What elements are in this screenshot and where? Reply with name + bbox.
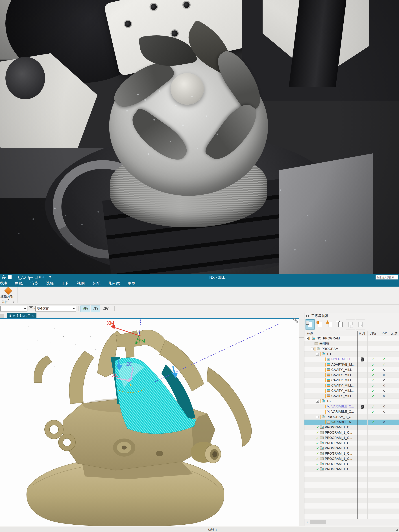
column-title[interactable]: 标题 xyxy=(307,331,313,336)
panel-splitter[interactable] xyxy=(299,319,304,527)
minimize-ribbon-icon[interactable] xyxy=(50,277,51,278)
tree-row-variable-c-[interactable]: VARIABLE_C...✓✕ xyxy=(304,409,399,414)
tab-scroll-icon[interactable] xyxy=(0,314,4,318)
column-toolpath[interactable]: 刀轨 xyxy=(370,331,376,336)
model-side-boss xyxy=(190,442,221,463)
expander-minus-icon[interactable] xyxy=(316,353,319,355)
orient-icon[interactable] xyxy=(2,275,6,279)
column-channel[interactable]: 通道 xyxy=(391,331,398,336)
column-ipw[interactable]: IPW xyxy=(380,331,387,335)
microphone-icon[interactable] xyxy=(19,276,20,279)
menu-item-7[interactable]: 几何体 xyxy=(108,281,120,286)
completed-check-icon: ✓ xyxy=(316,446,320,450)
scrollbar-thumb[interactable] xyxy=(310,520,326,524)
tree-row-cavity-mill[interactable]: CAVITY_MILL✓✕ xyxy=(304,367,399,373)
expander-minus-icon[interactable] xyxy=(311,348,314,350)
modeling-analysis-button[interactable]: 建模分析 xyxy=(0,287,17,300)
tree-row-program-1-c-[interactable]: ✓PROGRAM_1_C... xyxy=(304,446,399,451)
tree-row-label: 1-2 xyxy=(327,399,331,403)
show-tool-eye-toggle[interactable] xyxy=(91,305,100,312)
tree-row-label: HOLE_MILLI... xyxy=(331,357,353,361)
expander-minus-icon[interactable] xyxy=(306,337,309,340)
tree-row-program-1-c-[interactable]: ✓PROGRAM_1_C... xyxy=(304,441,399,446)
tree-row-program-1-c-[interactable]: ✓PROGRAM_1_C... xyxy=(304,467,399,472)
selection-filter-combo[interactable] xyxy=(0,306,27,311)
menu-item-1[interactable]: 曲线 xyxy=(15,281,23,286)
tree-row-label: PROGRAM_1_C... xyxy=(325,431,352,435)
expander-minus-icon[interactable] xyxy=(316,416,319,418)
show-mcs-eye-toggle[interactable]: MCS xyxy=(81,305,90,312)
cascade-windows-icon[interactable] xyxy=(28,276,31,279)
completed-check-icon: ✓ xyxy=(316,452,320,456)
command-search-input[interactable] xyxy=(375,275,398,279)
tree-row-cavity-mill-[interactable]: CAVITY_MILL...✓✕ xyxy=(304,383,399,388)
menu-item-0[interactable]: 用模块 xyxy=(0,281,7,286)
tree-row-cavity-mill-[interactable]: CAVITY_MILL...✓✕ xyxy=(304,373,399,378)
tree-row-program-1-c-[interactable]: ✓PROGRAM_1_C... xyxy=(304,451,399,456)
navigator-hscrollbar[interactable]: ‹ xyxy=(304,519,399,525)
menu-item-5[interactable]: 视图 xyxy=(77,281,85,286)
tree-row-program-1-c-[interactable]: PROGRAM_1_C... xyxy=(304,414,399,420)
menu-item-8[interactable]: 主页 xyxy=(127,281,135,286)
tree-row--[interactable]: 未用项 xyxy=(304,341,399,346)
delete-button-disabled[interactable]: ✕ xyxy=(356,319,365,329)
menu-item-3[interactable]: 选择 xyxy=(46,281,54,286)
tree-row-variable-a-[interactable]: VARIABLE_A...✓✕ xyxy=(304,420,399,425)
machining-method-view-button[interactable] xyxy=(336,319,345,329)
tree-row-program-1-c-[interactable]: ✓PROGRAM_1_C... xyxy=(304,425,399,430)
tree-row-program-1-c-[interactable]: ✓PROGRAM_1_C... xyxy=(304,462,399,467)
tree-row-program[interactable]: PROGRAM xyxy=(304,346,399,352)
tab-close-icon[interactable]: ✕ xyxy=(32,314,34,318)
tool-change-icon xyxy=(361,405,364,409)
operation-icon xyxy=(327,368,330,371)
tree-row-label: PROGRAM_1_C... xyxy=(327,415,354,419)
tree-row-program-1-c-[interactable]: ✓PROGRAM_1_C... xyxy=(304,435,399,441)
touch-mode-icon[interactable] xyxy=(22,275,26,279)
cad-scene: XM YM ZC XC xyxy=(0,319,299,527)
menu-item-6[interactable]: 装配 xyxy=(92,281,100,286)
toolpath-check-icon: ✓ xyxy=(367,373,379,378)
expander-minus-icon[interactable] xyxy=(316,400,319,403)
toolpath-check-icon: ✓ xyxy=(367,357,379,362)
tree-row-1-1[interactable]: 1-1 xyxy=(304,352,399,357)
scroll-left-icon[interactable]: ‹ xyxy=(305,520,310,524)
folder-icon xyxy=(322,353,325,355)
tree-row-adaptive-m-[interactable]: ADAPTIVE_M...✓✓ xyxy=(304,362,399,367)
ribbon-group-analysis[interactable]: 分析 xyxy=(1,300,14,304)
machine-tool-view-button[interactable] xyxy=(316,319,325,329)
assembly-scope-combo[interactable]: 整个装配 xyxy=(35,306,76,311)
tab-5-1-prt[interactable]: ↻ 5-1.prt ✕ xyxy=(7,313,37,318)
status-bar-marker xyxy=(325,384,326,387)
program-order-view-button[interactable] xyxy=(305,319,315,329)
tree-row-variable-c-[interactable]: VARIABLE_C...✓✕ xyxy=(304,404,399,409)
tree-row-hole-milli-[interactable]: HOLE_MILLI...✓✓ xyxy=(304,357,399,362)
graphics-viewport[interactable]: XM YM ZC XC xyxy=(0,319,299,527)
nx-application-window: 窗口 NX - 加工 用模块曲线渲染选择工具视图装配几何体主页 建模分析 分析 … xyxy=(0,0,399,532)
tree-row-cavity-mill-[interactable]: CAVITY_MILL...✓✕ xyxy=(304,393,399,399)
ipw-check-icon: ✓ xyxy=(379,362,389,367)
filter-funnel-icon[interactable] xyxy=(29,306,35,311)
geometry-view-button[interactable] xyxy=(326,319,335,329)
tree-row-label: VARIABLE_C... xyxy=(331,405,354,408)
window-menu[interactable]: 窗口 xyxy=(35,275,47,279)
new-window-icon[interactable] xyxy=(8,275,12,279)
tree-row-label: VARIABLE_A... xyxy=(331,420,354,424)
menu-item-4[interactable]: 工具 xyxy=(61,281,69,286)
tree-row-program-1-c-[interactable]: ✓PROGRAM_1_C... xyxy=(304,456,399,462)
completed-check-icon: ✓ xyxy=(316,441,320,445)
tree-row-1-2[interactable]: 1-2 xyxy=(304,399,399,404)
navigator-rows: NC_PROGRAM未用项PROGRAM1-1HOLE_MILLI...✓✓AD… xyxy=(304,336,399,472)
hide-eye-toggle[interactable] xyxy=(101,305,110,312)
menu-item-2[interactable]: 渲染 xyxy=(30,281,38,286)
panel-square-icon[interactable] xyxy=(306,315,309,317)
toolpath-check-icon: ✓ xyxy=(367,388,379,393)
create-group-button-disabled[interactable] xyxy=(346,319,355,329)
chevron-down-icon[interactable] xyxy=(14,277,16,278)
tree-row-program-1-c-[interactable]: ✓PROGRAM_1_C... xyxy=(304,430,399,435)
tree-row-cavity-mill-[interactable]: CAVITY_MILL...✓✕ xyxy=(304,388,399,393)
folder-icon xyxy=(320,463,323,465)
tree-row-cavity-mill-[interactable]: CAVITY_MILL...✓✕ xyxy=(304,378,399,383)
photo-vignette xyxy=(0,0,399,274)
column-tool-change[interactable]: 换刀 xyxy=(359,331,365,336)
tree-row-nc-program[interactable]: NC_PROGRAM xyxy=(304,336,399,341)
